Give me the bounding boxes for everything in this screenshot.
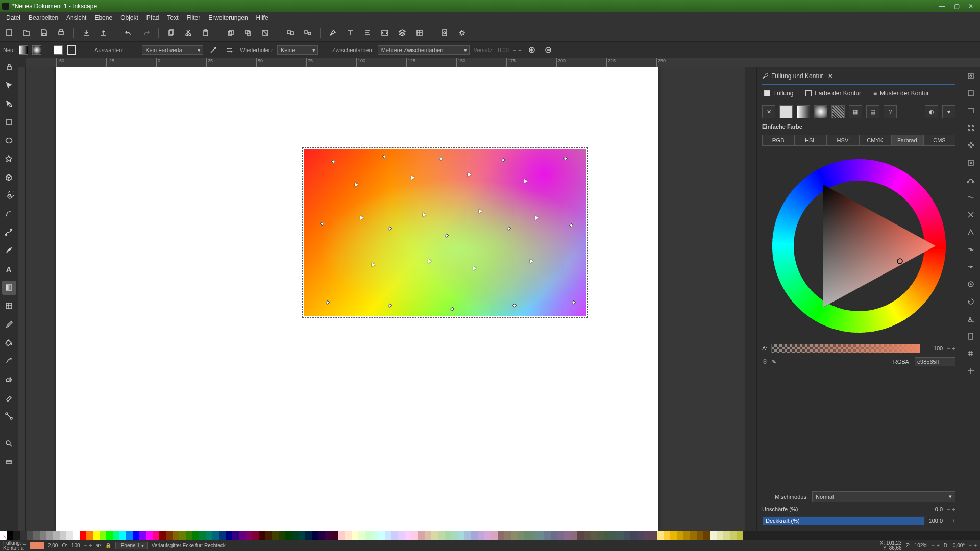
palette-swatch[interactable] bbox=[537, 531, 544, 540]
palette-swatch[interactable] bbox=[391, 531, 398, 540]
measure-tool[interactable] bbox=[2, 455, 16, 469]
alpha-value[interactable]: 100 bbox=[924, 345, 943, 352]
zoom-value[interactable]: 102% bbox=[915, 543, 928, 548]
palette-swatch[interactable] bbox=[411, 531, 418, 540]
alpha-slider[interactable] bbox=[771, 344, 920, 353]
unknown-paint-button[interactable]: ? bbox=[884, 105, 897, 118]
palette-swatch[interactable] bbox=[690, 531, 697, 540]
palette-swatch[interactable] bbox=[597, 531, 604, 540]
lock-icon[interactable]: 🔒 bbox=[105, 543, 111, 548]
palette-swatch[interactable] bbox=[664, 531, 670, 540]
palette-swatch[interactable] bbox=[584, 531, 591, 540]
new-file-button[interactable] bbox=[3, 27, 15, 39]
palette-swatch[interactable] bbox=[259, 531, 265, 540]
palette-swatch[interactable] bbox=[86, 531, 93, 540]
bezier-tool[interactable] bbox=[2, 226, 16, 240]
xml-dialog-button[interactable] bbox=[379, 27, 391, 39]
flat-color-button[interactable] bbox=[779, 105, 793, 118]
palette-swatch[interactable] bbox=[318, 531, 325, 540]
palette-swatch[interactable] bbox=[365, 531, 372, 540]
palette-swatch[interactable] bbox=[378, 531, 385, 540]
palette-swatch[interactable] bbox=[385, 531, 391, 540]
snap-grid-button[interactable] bbox=[965, 348, 976, 359]
tweak-tool[interactable] bbox=[2, 354, 16, 368]
eraser-tool[interactable] bbox=[2, 391, 16, 405]
menu-erweiterungen[interactable]: Erweiterungen bbox=[204, 13, 252, 22]
palette-swatch[interactable] bbox=[657, 531, 664, 540]
palette-swatch[interactable] bbox=[518, 531, 524, 540]
palette-swatch[interactable] bbox=[372, 531, 378, 540]
snap-cusp-button[interactable] bbox=[965, 227, 976, 238]
rgba-input[interactable] bbox=[915, 357, 955, 366]
palette-swatch[interactable] bbox=[279, 531, 285, 540]
palette-swatch[interactable] bbox=[46, 531, 53, 540]
palette-swatch[interactable] bbox=[119, 531, 126, 540]
menu-ansicht[interactable]: Ansicht bbox=[62, 13, 90, 22]
palette-swatch[interactable] bbox=[173, 531, 179, 540]
status-o-plus[interactable]: + bbox=[89, 543, 92, 548]
snap-toggle-button[interactable] bbox=[965, 70, 976, 82]
palette-swatch[interactable] bbox=[624, 531, 630, 540]
gradient-tool[interactable] bbox=[2, 281, 16, 295]
ellipse-tool[interactable] bbox=[2, 134, 16, 148]
node-tool[interactable] bbox=[2, 97, 16, 111]
palette-swatch[interactable] bbox=[630, 531, 637, 540]
palette-swatch[interactable] bbox=[139, 531, 146, 540]
palette-swatch[interactable] bbox=[431, 531, 438, 540]
palette-swatch[interactable] bbox=[717, 531, 723, 540]
menu-filter[interactable]: Filter bbox=[183, 13, 205, 22]
palette-swatch[interactable] bbox=[557, 531, 564, 540]
clone-button[interactable] bbox=[242, 27, 254, 39]
palette-swatch[interactable] bbox=[299, 531, 305, 540]
gradient-select-combo[interactable]: Kein Farbverla bbox=[142, 45, 203, 55]
palette-swatch[interactable] bbox=[153, 531, 159, 540]
palette-swatch[interactable] bbox=[471, 531, 478, 540]
palette-swatch[interactable] bbox=[498, 531, 504, 540]
snap-text-baseline-button[interactable]: A bbox=[965, 313, 976, 324]
spiral-tool[interactable] bbox=[2, 189, 16, 203]
delete-stop-button[interactable] bbox=[542, 44, 554, 56]
connector-tool[interactable] bbox=[2, 409, 16, 423]
palette-swatch[interactable] bbox=[146, 531, 153, 540]
palette-swatch[interactable] bbox=[484, 531, 491, 540]
color-palette[interactable] bbox=[0, 531, 980, 540]
lock-guides-button[interactable] bbox=[2, 60, 16, 74]
snap-center-button[interactable] bbox=[965, 157, 976, 168]
text-tool[interactable]: A bbox=[2, 262, 16, 277]
radial-gradient-paint-button[interactable] bbox=[814, 105, 827, 118]
stroke-paint-tab[interactable]: Farbe der Kontur bbox=[805, 90, 861, 97]
text-dialog-button[interactable] bbox=[344, 27, 356, 39]
palette-swatch[interactable] bbox=[272, 531, 279, 540]
selector-tool[interactable] bbox=[2, 79, 16, 93]
palette-swatch[interactable] bbox=[199, 531, 206, 540]
palette-swatch[interactable] bbox=[617, 531, 624, 540]
minimize-button[interactable]: — bbox=[935, 1, 949, 11]
mesh-tool[interactable] bbox=[2, 299, 16, 313]
star-tool[interactable] bbox=[2, 152, 16, 166]
palette-swatch[interactable] bbox=[166, 531, 173, 540]
blur-plus[interactable]: + bbox=[952, 506, 955, 512]
palette-swatch[interactable] bbox=[551, 531, 557, 540]
palette-swatch[interactable] bbox=[179, 531, 186, 540]
alpha-plus[interactable]: + bbox=[952, 345, 955, 352]
menu-text[interactable]: Text bbox=[163, 13, 183, 22]
palette-swatch[interactable] bbox=[66, 531, 73, 540]
palette-swatch[interactable] bbox=[730, 531, 737, 540]
palette-swatch[interactable] bbox=[591, 531, 597, 540]
palette-swatch[interactable] bbox=[345, 531, 352, 540]
alpha-minus[interactable]: − bbox=[947, 345, 950, 352]
palette-swatch[interactable] bbox=[524, 531, 531, 540]
cut-button[interactable] bbox=[182, 27, 194, 39]
add-stop-button[interactable] bbox=[526, 44, 538, 56]
pattern-paint-button[interactable] bbox=[831, 105, 845, 118]
menu-datei[interactable]: Datei bbox=[2, 13, 24, 22]
reverse-gradient-button[interactable] bbox=[224, 44, 236, 56]
palette-swatch[interactable] bbox=[312, 531, 318, 540]
palette-swatch[interactable] bbox=[239, 531, 246, 540]
snap-intersection-button[interactable] bbox=[965, 209, 976, 220]
blur-minus[interactable]: − bbox=[947, 506, 950, 512]
paintbucket-tool[interactable] bbox=[2, 336, 16, 350]
opacity-minus[interactable]: − bbox=[947, 518, 950, 524]
palette-swatch[interactable] bbox=[677, 531, 683, 540]
palette-swatch[interactable] bbox=[338, 531, 345, 540]
